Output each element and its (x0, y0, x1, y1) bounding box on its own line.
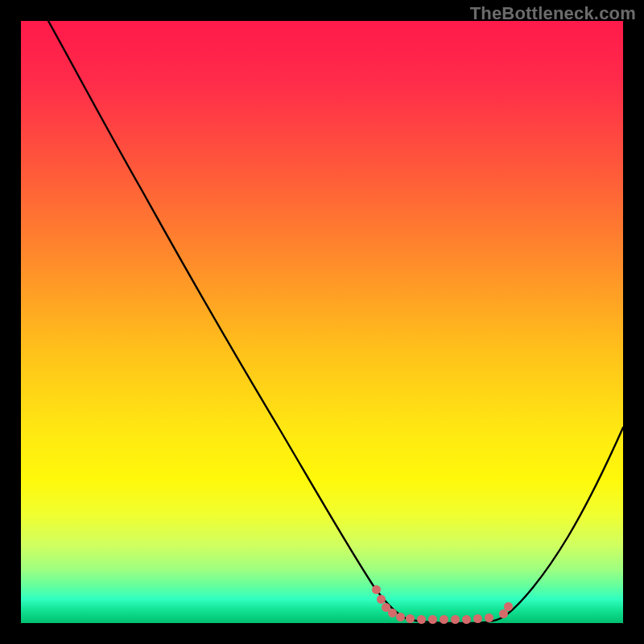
marker-dot (504, 602, 513, 611)
marker-dot (396, 613, 405, 621)
marker-dot (451, 615, 460, 624)
bottleneck-curve (21, 21, 623, 623)
marker-cluster (21, 21, 623, 32)
marker-dot (485, 613, 493, 622)
marker-dot (462, 615, 471, 624)
chart-container: TheBottleneck.com (0, 0, 644, 644)
marker-dot (406, 614, 415, 623)
marker-dot (417, 615, 426, 624)
plot-area (21, 21, 623, 623)
marker-dot (440, 615, 448, 624)
marker-dot (473, 614, 482, 623)
marker-dot (372, 585, 381, 594)
marker-dot (428, 615, 437, 624)
curve-path (48, 21, 623, 623)
